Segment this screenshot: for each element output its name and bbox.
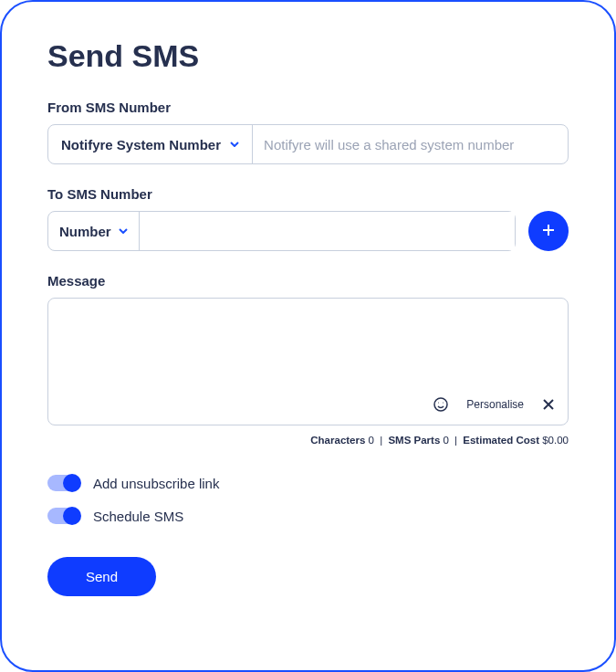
toggles-section: Add unsubscribe link Schedule SMS <box>47 475 569 524</box>
from-number-selected: Notifyre System Number <box>61 137 221 152</box>
message-box: Personalise <box>47 298 569 425</box>
emoji-icon[interactable] <box>433 397 448 412</box>
parts-label: SMS Parts <box>388 435 440 446</box>
to-row: Number <box>47 211 569 251</box>
plus-icon <box>541 223 556 240</box>
svg-point-0 <box>434 398 447 411</box>
message-textarea[interactable] <box>61 311 555 392</box>
cost-value: $0.00 <box>542 435 569 446</box>
add-recipient-button[interactable] <box>528 211 569 251</box>
from-row: Notifyre System Number Notifyre will use… <box>47 124 569 164</box>
characters-label: Characters <box>310 435 365 446</box>
from-field-group: From SMS Number Notifyre System Number N… <box>47 100 569 164</box>
to-input-wrap: Number <box>47 211 516 251</box>
svg-point-2 <box>443 403 444 404</box>
message-field-group: Message Personalise Character <box>47 273 569 446</box>
to-type-selected: Number <box>59 224 111 239</box>
to-number-input[interactable] <box>140 212 515 250</box>
message-stats: Characters 0 | SMS Parts 0 | Estimated C… <box>47 435 569 446</box>
from-number-select[interactable]: Notifyre System Number <box>48 125 253 163</box>
to-type-select[interactable]: Number <box>48 212 140 250</box>
schedule-label: Schedule SMS <box>93 509 183 524</box>
message-label: Message <box>47 273 569 289</box>
close-icon[interactable] <box>542 398 555 411</box>
cost-label: Estimated Cost <box>463 435 539 446</box>
from-hint: Notifyre will use a shared system number <box>253 125 568 163</box>
unsubscribe-toggle[interactable] <box>47 475 80 491</box>
to-label: To SMS Number <box>47 186 569 202</box>
message-toolbar: Personalise <box>61 392 555 412</box>
parts-value: 0 <box>443 435 448 446</box>
from-label: From SMS Number <box>47 100 569 115</box>
schedule-toggle-row: Schedule SMS <box>47 508 569 524</box>
send-button[interactable]: Send <box>47 557 156 596</box>
personalise-button[interactable]: Personalise <box>466 398 524 411</box>
to-field-group: To SMS Number Number <box>47 186 569 251</box>
schedule-toggle[interactable] <box>47 508 80 524</box>
send-sms-panel: Send SMS From SMS Number Notifyre System… <box>0 0 616 672</box>
chevron-down-icon <box>230 140 239 149</box>
chevron-down-icon <box>119 226 128 236</box>
unsubscribe-label: Add unsubscribe link <box>93 476 219 491</box>
page-title: Send SMS <box>47 38 569 74</box>
characters-value: 0 <box>369 435 374 446</box>
unsubscribe-toggle-row: Add unsubscribe link <box>47 475 569 491</box>
svg-point-1 <box>438 403 439 404</box>
